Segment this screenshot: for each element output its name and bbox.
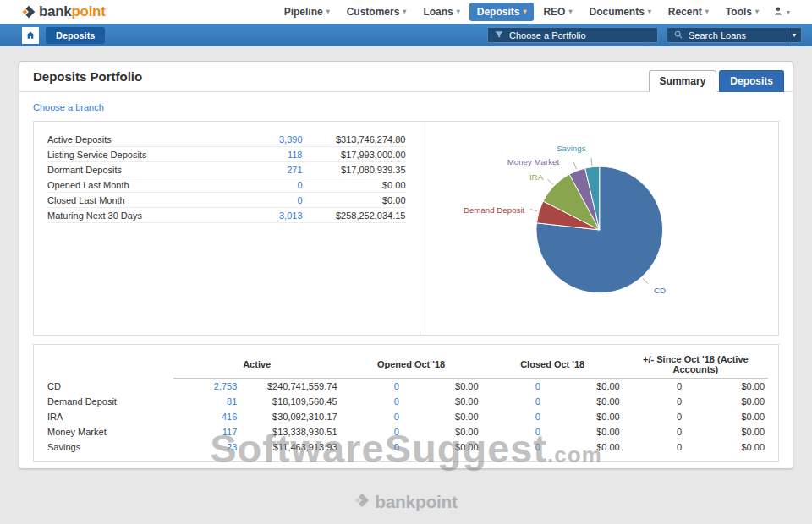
summary-count-link[interactable]: 118 — [244, 150, 303, 160]
nav-item-label: Loans — [423, 6, 453, 18]
search-icon — [673, 30, 683, 41]
account-count-cell: 0 — [623, 394, 685, 409]
tab-deposits[interactable]: Deposits — [719, 70, 784, 92]
main-content: Deposits Portfolio Summary Deposits Choo… — [0, 46, 812, 480]
summary-row: Opened Last Month0$0.00 — [47, 177, 406, 193]
account-count-link[interactable]: 0 — [394, 381, 399, 391]
account-amount-cell: $0.00 — [685, 439, 768, 455]
portfolio-select[interactable]: Choose a Portfolio — [487, 27, 658, 43]
view-tabs: Summary Deposits — [649, 70, 784, 92]
summary-amount: $17,993,000.00 — [303, 150, 406, 160]
account-count-cell: 81 — [173, 394, 240, 409]
account-amount-cell: $30,092,310.17 — [240, 409, 340, 424]
card-body: Choose a branch Active Deposits3,390$313… — [19, 92, 793, 472]
accounts-col-spacer — [44, 352, 173, 379]
nav-item-documents[interactable]: Documents▾ — [581, 3, 658, 21]
summary-count-link[interactable]: 0 — [244, 195, 303, 205]
home-button[interactable] — [22, 27, 39, 44]
summary-row-label: Listing Service Deposits — [47, 150, 244, 160]
account-count-link[interactable]: 117 — [222, 427, 238, 437]
tab-summary[interactable]: Summary — [649, 70, 717, 92]
pie-label-ira: IRA — [529, 172, 543, 182]
pie-label-connector — [590, 158, 591, 166]
account-count-link[interactable]: 81 — [227, 396, 237, 407]
chevron-down-icon: ▾ — [523, 8, 526, 15]
account-count-link[interactable]: 0 — [394, 427, 399, 437]
chevron-down-icon: ▾ — [326, 8, 330, 15]
nav-item-reo[interactable]: REO▾ — [535, 3, 579, 21]
account-count-cell: 117 — [173, 424, 240, 439]
summary-row: Listing Service Deposits118$17,993,000.0… — [47, 147, 406, 162]
pie-label-cd: CD — [653, 286, 665, 295]
main-nav: Pipeline▾Customers▾Loans▾Deposits▾REO▾Do… — [277, 3, 766, 21]
account-amount-cell: $13,338,930.51 — [240, 424, 340, 439]
summary-row: Dormant Deposits271$17,080,939.35 — [47, 162, 406, 177]
account-count-link[interactable]: 0 — [535, 442, 540, 452]
account-count-link[interactable]: 0 — [535, 381, 540, 391]
nav-item-pipeline[interactable]: Pipeline▾ — [277, 3, 337, 21]
account-count-cell: 0 — [482, 394, 544, 409]
account-count-cell: 0 — [623, 379, 685, 395]
summary-count-link[interactable]: 271 — [244, 165, 303, 175]
account-amount-cell: $0.00 — [544, 394, 623, 409]
account-type-label: Money Market — [44, 424, 173, 439]
account-count-link[interactable]: 0 — [535, 412, 540, 422]
account-count-cell: 0 — [482, 439, 544, 455]
chevron-down-icon: ▾ — [787, 8, 790, 16]
breadcrumb-deposits[interactable]: Deposits — [46, 27, 105, 44]
account-amount-cell: $11,463,913.93 — [240, 439, 340, 455]
account-count-link[interactable]: 0 — [535, 427, 540, 437]
account-count-link[interactable]: 0 — [394, 412, 399, 422]
card-header: Deposits Portfolio Summary Deposits — [19, 62, 793, 92]
account-amount-cell: $0.00 — [403, 394, 482, 409]
page-footer: bankpoint — [0, 480, 812, 524]
deposit-pie-panel: CDDemand DepositIRAMoney MarketSavings — [420, 121, 780, 336]
table-row: Savings23$11,463,913.930$0.000$0.000$0.0… — [44, 439, 768, 455]
summary-count-link[interactable]: 3,390 — [244, 134, 303, 145]
search-options-caret[interactable]: ▾ — [787, 28, 801, 42]
nav-item-loans[interactable]: Loans▾ — [415, 3, 467, 21]
account-amount-cell: $0.00 — [403, 409, 482, 424]
account-type-label: Demand Deposit — [44, 394, 173, 409]
accounts-activity-panel: ActiveOpened Oct '18Closed Oct '18+/- Si… — [33, 344, 779, 462]
secondary-toolbar: Deposits Choose a Portfolio ▾ — [0, 24, 812, 46]
account-amount-cell: $0.00 — [544, 424, 623, 439]
account-count-link[interactable]: 0 — [535, 396, 540, 407]
account-count-link[interactable]: 2,753 — [214, 381, 238, 391]
pie-label-savings: Savings — [556, 144, 585, 153]
summary-amount: $0.00 — [303, 180, 406, 190]
nav-item-customers[interactable]: Customers▾ — [339, 3, 414, 21]
account-count-cell: 0 — [623, 439, 685, 455]
brand-logo[interactable]: bankpoint — [22, 3, 106, 20]
pie-label-connector — [642, 278, 647, 284]
account-count-cell: 0 — [341, 409, 403, 424]
account-count-link[interactable]: 0 — [394, 396, 399, 407]
account-amount-cell: $240,741,559.74 — [240, 379, 340, 395]
footer-brand-name: bankpoint — [375, 492, 458, 512]
nav-item-recent[interactable]: Recent▾ — [661, 3, 716, 21]
deposits-pie-chart: CDDemand DepositIRAMoney MarketSavings — [420, 122, 779, 335]
account-type-label: CD — [44, 379, 173, 395]
summary-count-link[interactable]: 3,013 — [244, 210, 303, 221]
nav-item-tools[interactable]: Tools▾ — [718, 3, 766, 21]
filter-funnel-icon — [494, 30, 504, 41]
portfolio-select-label: Choose a Portfolio — [509, 30, 586, 41]
account-count-cell: 0 — [341, 379, 403, 395]
choose-branch-link[interactable]: Choose a branch — [33, 102, 104, 112]
account-amount-cell: $0.00 — [403, 424, 482, 439]
summary-row: Maturing Next 30 Days3,013$258,252,034.1… — [47, 208, 406, 223]
account-type-label: IRA — [44, 409, 173, 424]
table-row: Demand Deposit81$18,109,560.450$0.000$0.… — [44, 394, 768, 409]
top-navbar: bankpoint Pipeline▾Customers▾Loans▾Depos… — [0, 0, 812, 24]
account-count-link[interactable]: 0 — [394, 442, 399, 452]
search-loans-input[interactable] — [689, 30, 782, 41]
nav-item-label: Deposits — [477, 6, 520, 18]
account-count-link[interactable]: 416 — [222, 412, 237, 422]
account-count-link[interactable]: 23 — [227, 442, 237, 452]
nav-item-deposits[interactable]: Deposits▾ — [469, 3, 535, 21]
account-count-cell: 0 — [482, 379, 544, 395]
accounts-group-header: Active — [173, 352, 341, 379]
summary-count-link[interactable]: 0 — [244, 180, 303, 190]
user-menu[interactable]: ▾ — [766, 1, 797, 23]
nav-item-label: Documents — [589, 6, 644, 18]
